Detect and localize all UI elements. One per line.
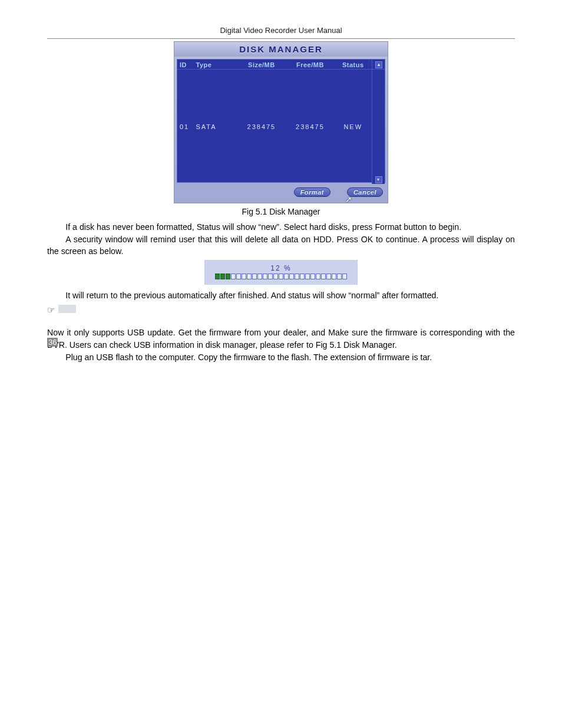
scroll-up-button[interactable]: ▴ <box>372 60 385 70</box>
progress-cell <box>337 274 342 279</box>
disk-manager-title: DISK MANAGER <box>174 42 388 57</box>
step-marker-row: ☞ <box>47 305 515 314</box>
progress-cell <box>220 274 225 279</box>
cancel-button[interactable]: Cancel <box>347 187 383 197</box>
table-row[interactable]: 01 SATA 238475 238475 NEW ▾ <box>177 70 385 185</box>
progress-label: 12 % <box>210 264 352 272</box>
progress-cell <box>284 274 289 279</box>
progress-bar <box>210 274 352 279</box>
progress-figure: 12 % <box>204 260 358 285</box>
col-id: ID <box>177 60 194 70</box>
progress-cell <box>215 274 220 279</box>
disk-manager-window: DISK MANAGER ID Type Size/MB Free/MB Sta… <box>174 41 388 203</box>
paragraph-1: If a disk has never been formatted, Stat… <box>47 221 515 233</box>
progress-cell <box>310 274 315 279</box>
col-size: Size/MB <box>237 60 286 70</box>
progress-cell <box>326 274 331 279</box>
progress-cell <box>236 274 241 279</box>
cell-id: 01 <box>177 70 194 185</box>
progress-cell <box>263 274 267 279</box>
progress-cell <box>273 274 278 279</box>
figure-caption: Fig 5.1 Disk Manager <box>47 207 515 216</box>
cursor-icon: ➚ <box>345 195 352 204</box>
paragraph-2: A security window will remind user that … <box>47 233 515 258</box>
progress-cell <box>252 274 257 279</box>
cell-free: 238475 <box>286 70 335 185</box>
col-type: Type <box>194 60 237 70</box>
disk-manager-figure: DISK MANAGER ID Type Size/MB Free/MB Sta… <box>174 41 388 203</box>
format-button[interactable]: Format <box>294 187 330 197</box>
progress-cell <box>242 274 246 279</box>
disk-manager-body: ID Type Size/MB Free/MB Status ▴ 01 SATA… <box>177 59 385 183</box>
cell-type: SATA <box>194 70 237 185</box>
hand-icon: ☞ <box>47 305 55 314</box>
progress-cell <box>332 274 336 279</box>
scroll-down-button[interactable]: ▾ <box>372 70 385 185</box>
progress-cell <box>231 274 236 279</box>
cell-status: NEW <box>335 70 372 185</box>
progress-cell <box>305 274 310 279</box>
progress-cell <box>342 274 347 279</box>
progress-cell <box>268 274 273 279</box>
progress-cell <box>257 274 262 279</box>
paragraph-5: Plug an USB flash to the computer. Copy … <box>47 351 515 364</box>
step-chip <box>58 305 76 313</box>
paragraph-4: Now it only supports USB update. Get the… <box>47 327 515 351</box>
disk-manager-footer: Format Cancel ➚ <box>174 185 388 200</box>
page-number: 36 <box>47 338 58 347</box>
progress-cell <box>295 274 299 279</box>
progress-cell <box>279 274 283 279</box>
progress-cell <box>226 274 230 279</box>
progress-cell <box>321 274 326 279</box>
col-status: Status <box>335 60 372 70</box>
page-header: Digital Video Recorder User Manual <box>47 26 515 39</box>
progress-cell <box>289 274 294 279</box>
progress-cell <box>316 274 320 279</box>
progress-cell <box>300 274 305 279</box>
cell-size: 238475 <box>237 70 286 185</box>
progress-cell <box>247 274 252 279</box>
paragraph-3: It will return to the previous automatic… <box>47 289 515 302</box>
col-free: Free/MB <box>286 60 335 70</box>
disk-table-header: ID Type Size/MB Free/MB Status ▴ <box>177 60 385 70</box>
